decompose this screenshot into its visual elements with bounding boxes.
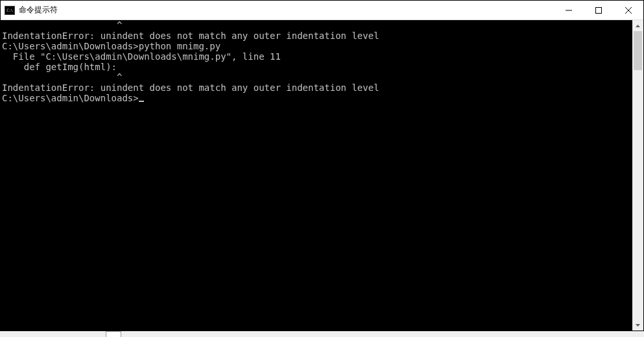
cmd-icon	[5, 6, 15, 15]
terminal-line: File "C:\Users\admin\Downloads\mnimg.py"…	[2, 51, 632, 62]
scrollbar-thumb[interactable]	[634, 31, 642, 70]
terminal-line: C:\Users\admin\Downloads>	[2, 93, 632, 103]
terminal-area: ^IndentationError: unindent does not mat…	[1, 20, 643, 331]
scroll-up-button[interactable]	[632, 20, 643, 31]
terminal-line: IndentationError: unindent does not matc…	[2, 31, 632, 41]
titlebar[interactable]: 命令提示符	[1, 1, 643, 20]
terminal-output[interactable]: ^IndentationError: unindent does not mat…	[1, 20, 632, 331]
vertical-scrollbar[interactable]	[632, 20, 643, 331]
terminal-line: def getImg(html):	[2, 62, 632, 72]
scrollbar-track[interactable]	[632, 31, 643, 319]
command-prompt-window: 命令提示符 ^IndentationError: unindent does n…	[0, 0, 644, 331]
titlebar-left: 命令提示符	[1, 5, 554, 16]
maximize-button[interactable]	[584, 1, 614, 19]
terminal-line: C:\Users\admin\Downloads>python mnimg.py	[2, 41, 632, 51]
background-artifact	[106, 331, 121, 337]
terminal-line: ^	[2, 72, 632, 82]
cursor	[139, 101, 144, 102]
svg-rect-0	[596, 7, 602, 13]
terminal-line: ^	[2, 20, 632, 31]
minimize-button[interactable]	[554, 1, 584, 19]
window-title: 命令提示符	[19, 5, 58, 16]
window-controls	[554, 1, 643, 19]
terminal-line: IndentationError: unindent does not matc…	[2, 82, 632, 93]
close-button[interactable]	[614, 1, 643, 19]
scroll-down-button[interactable]	[632, 319, 643, 331]
